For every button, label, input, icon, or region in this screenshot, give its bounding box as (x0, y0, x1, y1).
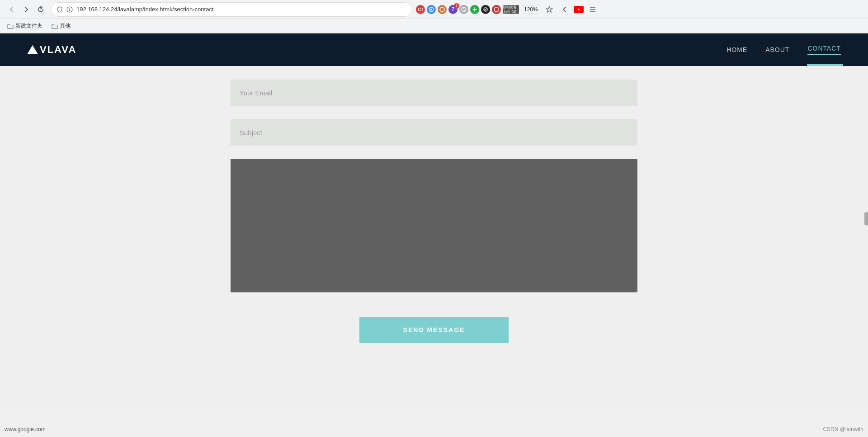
browser-toolbar: 192.168.124.24/lavalamp/index.html#secti… (0, 0, 868, 19)
bookmarks-bar: 新建文件夹 其他 (0, 19, 868, 33)
badge: 7 (454, 3, 459, 9)
bookmark-other-label: 其他 (60, 22, 71, 30)
nav-home-link[interactable]: HOME (726, 46, 747, 53)
contact-form: SEND MESSAGE (231, 75, 637, 343)
nav-buttons (5, 3, 47, 16)
menu-button[interactable] (586, 3, 599, 16)
youtube-icon[interactable] (574, 6, 584, 13)
subject-input[interactable] (231, 119, 637, 146)
ext-icon-1[interactable]: C! (416, 5, 425, 14)
back-button[interactable] (5, 3, 18, 16)
folder-icon-2 (52, 23, 58, 29)
logo-triangle-icon (27, 45, 38, 54)
logo-text: VLAVA (40, 44, 76, 56)
message-textarea[interactable] (231, 159, 637, 292)
ext-icon-mobile[interactable]: 移动设备上的书签 (503, 5, 519, 14)
nav-contact-link[interactable]: CONTACT (807, 45, 841, 55)
email-field-wrapper (231, 80, 637, 106)
bookmark-star-button[interactable] (543, 3, 556, 16)
scrollbar-indicator[interactable] (864, 212, 868, 226)
ext-icon-5[interactable] (459, 5, 468, 14)
svg-point-2 (69, 8, 70, 9)
ext-icon-7[interactable] (481, 5, 490, 14)
svg-point-5 (440, 7, 444, 12)
browser-right-icons: C! 7 7 (416, 3, 599, 16)
contact-active-indicator (807, 64, 843, 66)
ext-icon-8[interactable] (492, 5, 501, 14)
svg-rect-8 (495, 8, 498, 11)
nav-about-link[interactable]: ABOUT (765, 46, 789, 53)
page-content: SEND MESSAGE (0, 66, 868, 409)
message-field-wrapper (231, 159, 637, 294)
svg-point-4 (430, 9, 432, 10)
website: VLAVA HOME ABOUT CONTACT SEND MESSAGE (0, 33, 868, 409)
bottom-right-label: CSDN @lainwith (823, 426, 863, 432)
ext-icon-2[interactable] (427, 5, 436, 14)
nav-links: HOME ABOUT CONTACT (726, 45, 841, 55)
extension-icons: C! 7 7 (416, 5, 519, 14)
bookmark-label: 新建文件夹 (15, 22, 42, 30)
info-icon (66, 6, 73, 13)
bottom-left-url: www.google.com (5, 426, 46, 432)
email-input[interactable] (231, 80, 637, 106)
subject-field-wrapper (231, 119, 637, 146)
zoom-level: 120% (522, 5, 540, 14)
folder-icon (7, 23, 14, 29)
url-text: 192.168.124.24/lavalamp/index.html#secti… (76, 6, 406, 13)
navbar: VLAVA HOME ABOUT CONTACT (0, 33, 868, 66)
bookmark-other[interactable]: 其他 (50, 21, 72, 31)
history-back-button[interactable] (558, 3, 571, 16)
ext-icon-3[interactable] (438, 5, 447, 14)
security-icon (57, 6, 63, 13)
address-bar[interactable]: 192.168.124.24/lavalamp/index.html#secti… (51, 2, 412, 17)
ext-icon-4[interactable]: 7 7 (448, 5, 458, 14)
reload-button[interactable] (34, 3, 47, 16)
browser-chrome: 192.168.124.24/lavalamp/index.html#secti… (0, 0, 868, 33)
logo[interactable]: VLAVA (27, 44, 76, 56)
ext-icon-6[interactable] (470, 5, 479, 14)
forward-button[interactable] (20, 3, 33, 16)
send-message-button[interactable]: SEND MESSAGE (359, 317, 509, 343)
bookmark-new-folder[interactable]: 新建文件夹 (5, 21, 44, 31)
